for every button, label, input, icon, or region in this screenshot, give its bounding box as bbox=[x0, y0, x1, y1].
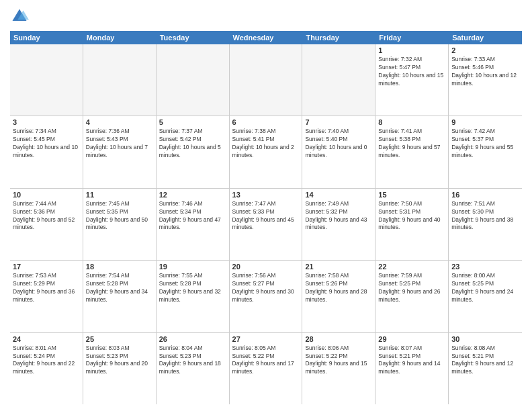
week-row-2: 3Sunrise: 7:34 AM Sunset: 5:45 PM Daylig… bbox=[10, 116, 522, 188]
header-day-friday: Friday bbox=[375, 31, 449, 44]
empty-cell bbox=[230, 44, 303, 116]
day-number: 3 bbox=[13, 118, 80, 126]
day-cell-22: 22Sunrise: 7:59 AM Sunset: 5:25 PM Dayli… bbox=[375, 261, 449, 332]
day-info: Sunrise: 7:34 AM Sunset: 5:45 PM Dayligh… bbox=[13, 128, 80, 160]
day-number: 21 bbox=[305, 263, 372, 271]
logo-icon bbox=[10, 7, 29, 26]
day-cell-10: 10Sunrise: 7:44 AM Sunset: 5:36 PM Dayli… bbox=[10, 189, 83, 260]
page: SundayMondayTuesdayWednesdayThursdayFrid… bbox=[0, 0, 532, 411]
day-number: 6 bbox=[232, 118, 300, 126]
day-info: Sunrise: 8:01 AM Sunset: 5:24 PM Dayligh… bbox=[13, 345, 80, 377]
day-info: Sunrise: 7:45 AM Sunset: 5:35 PM Dayligh… bbox=[86, 200, 153, 232]
day-cell-8: 8Sunrise: 7:41 AM Sunset: 5:38 PM Daylig… bbox=[375, 116, 449, 187]
day-cell-13: 13Sunrise: 7:47 AM Sunset: 5:33 PM Dayli… bbox=[230, 189, 303, 260]
day-number: 7 bbox=[305, 118, 372, 126]
week-row-5: 24Sunrise: 8:01 AM Sunset: 5:24 PM Dayli… bbox=[10, 333, 522, 404]
day-number: 15 bbox=[378, 191, 445, 199]
day-info: Sunrise: 7:53 AM Sunset: 5:29 PM Dayligh… bbox=[13, 272, 80, 304]
day-info: Sunrise: 7:46 AM Sunset: 5:34 PM Dayligh… bbox=[159, 200, 226, 232]
day-cell-26: 26Sunrise: 8:04 AM Sunset: 5:23 PM Dayli… bbox=[157, 333, 230, 404]
day-info: Sunrise: 8:03 AM Sunset: 5:23 PM Dayligh… bbox=[86, 345, 153, 377]
header-day-saturday: Saturday bbox=[449, 31, 522, 44]
day-number: 1 bbox=[378, 46, 445, 54]
day-info: Sunrise: 7:33 AM Sunset: 5:46 PM Dayligh… bbox=[451, 56, 519, 88]
day-number: 16 bbox=[451, 191, 519, 199]
day-cell-15: 15Sunrise: 7:50 AM Sunset: 5:31 PM Dayli… bbox=[375, 189, 449, 260]
day-info: Sunrise: 8:00 AM Sunset: 5:25 PM Dayligh… bbox=[451, 272, 519, 304]
day-number: 19 bbox=[159, 263, 226, 271]
day-cell-12: 12Sunrise: 7:46 AM Sunset: 5:34 PM Dayli… bbox=[157, 189, 230, 260]
header-day-wednesday: Wednesday bbox=[230, 31, 303, 44]
week-row-4: 17Sunrise: 7:53 AM Sunset: 5:29 PM Dayli… bbox=[10, 261, 522, 332]
day-info: Sunrise: 8:07 AM Sunset: 5:21 PM Dayligh… bbox=[378, 345, 445, 377]
day-number: 9 bbox=[451, 118, 519, 126]
day-info: Sunrise: 8:04 AM Sunset: 5:23 PM Dayligh… bbox=[159, 345, 226, 377]
calendar: SundayMondayTuesdayWednesdayThursdayFrid… bbox=[10, 31, 522, 404]
day-cell-21: 21Sunrise: 7:58 AM Sunset: 5:26 PM Dayli… bbox=[302, 261, 375, 332]
day-cell-25: 25Sunrise: 8:03 AM Sunset: 5:23 PM Dayli… bbox=[83, 333, 157, 404]
day-number: 26 bbox=[159, 335, 226, 343]
day-info: Sunrise: 7:32 AM Sunset: 5:47 PM Dayligh… bbox=[378, 56, 445, 88]
empty-cell bbox=[10, 44, 83, 116]
day-info: Sunrise: 7:51 AM Sunset: 5:30 PM Dayligh… bbox=[451, 200, 519, 232]
day-cell-29: 29Sunrise: 8:07 AM Sunset: 5:21 PM Dayli… bbox=[375, 333, 449, 404]
day-number: 25 bbox=[86, 335, 153, 343]
day-number: 5 bbox=[159, 118, 226, 126]
empty-cell bbox=[302, 44, 375, 116]
day-cell-20: 20Sunrise: 7:56 AM Sunset: 5:27 PM Dayli… bbox=[230, 261, 303, 332]
empty-cell bbox=[83, 44, 157, 116]
day-number: 10 bbox=[13, 191, 80, 199]
day-cell-4: 4Sunrise: 7:36 AM Sunset: 5:43 PM Daylig… bbox=[83, 116, 157, 187]
day-number: 12 bbox=[159, 191, 226, 199]
week-row-3: 10Sunrise: 7:44 AM Sunset: 5:36 PM Dayli… bbox=[10, 189, 522, 261]
day-cell-5: 5Sunrise: 7:37 AM Sunset: 5:42 PM Daylig… bbox=[157, 116, 230, 187]
day-info: Sunrise: 7:42 AM Sunset: 5:37 PM Dayligh… bbox=[451, 128, 519, 160]
day-cell-11: 11Sunrise: 7:45 AM Sunset: 5:35 PM Dayli… bbox=[83, 189, 157, 260]
day-info: Sunrise: 7:54 AM Sunset: 5:28 PM Dayligh… bbox=[86, 272, 153, 304]
day-cell-3: 3Sunrise: 7:34 AM Sunset: 5:45 PM Daylig… bbox=[10, 116, 83, 187]
day-info: Sunrise: 8:06 AM Sunset: 5:22 PM Dayligh… bbox=[305, 345, 372, 377]
day-number: 2 bbox=[451, 46, 519, 54]
day-info: Sunrise: 8:05 AM Sunset: 5:22 PM Dayligh… bbox=[232, 345, 300, 377]
calendar-body: 1Sunrise: 7:32 AM Sunset: 5:47 PM Daylig… bbox=[10, 44, 522, 404]
day-number: 24 bbox=[13, 335, 80, 343]
day-info: Sunrise: 7:47 AM Sunset: 5:33 PM Dayligh… bbox=[232, 200, 300, 232]
header-day-sunday: Sunday bbox=[10, 31, 83, 44]
day-number: 14 bbox=[305, 191, 372, 199]
day-number: 18 bbox=[86, 263, 153, 271]
empty-cell bbox=[157, 44, 230, 116]
day-info: Sunrise: 7:58 AM Sunset: 5:26 PM Dayligh… bbox=[305, 272, 372, 304]
day-cell-17: 17Sunrise: 7:53 AM Sunset: 5:29 PM Dayli… bbox=[10, 261, 83, 332]
week-row-1: 1Sunrise: 7:32 AM Sunset: 5:47 PM Daylig… bbox=[10, 44, 522, 116]
day-info: Sunrise: 7:56 AM Sunset: 5:27 PM Dayligh… bbox=[232, 272, 300, 304]
day-cell-23: 23Sunrise: 8:00 AM Sunset: 5:25 PM Dayli… bbox=[449, 261, 522, 332]
day-cell-1: 1Sunrise: 7:32 AM Sunset: 5:47 PM Daylig… bbox=[375, 44, 449, 116]
day-cell-9: 9Sunrise: 7:42 AM Sunset: 5:37 PM Daylig… bbox=[449, 116, 522, 187]
day-info: Sunrise: 8:08 AM Sunset: 5:21 PM Dayligh… bbox=[451, 345, 519, 377]
day-number: 30 bbox=[451, 335, 519, 343]
day-number: 11 bbox=[86, 191, 153, 199]
day-cell-30: 30Sunrise: 8:08 AM Sunset: 5:21 PM Dayli… bbox=[449, 333, 522, 404]
day-cell-6: 6Sunrise: 7:38 AM Sunset: 5:41 PM Daylig… bbox=[230, 116, 303, 187]
header-day-thursday: Thursday bbox=[302, 31, 375, 44]
day-number: 20 bbox=[232, 263, 300, 271]
day-cell-24: 24Sunrise: 8:01 AM Sunset: 5:24 PM Dayli… bbox=[10, 333, 83, 404]
day-info: Sunrise: 7:50 AM Sunset: 5:31 PM Dayligh… bbox=[378, 200, 445, 232]
day-number: 4 bbox=[86, 118, 153, 126]
day-cell-16: 16Sunrise: 7:51 AM Sunset: 5:30 PM Dayli… bbox=[449, 189, 522, 260]
day-number: 27 bbox=[232, 335, 300, 343]
day-info: Sunrise: 7:36 AM Sunset: 5:43 PM Dayligh… bbox=[86, 128, 153, 160]
header bbox=[10, 7, 522, 26]
logo bbox=[10, 7, 32, 26]
day-info: Sunrise: 7:37 AM Sunset: 5:42 PM Dayligh… bbox=[159, 128, 226, 160]
day-number: 28 bbox=[305, 335, 372, 343]
day-cell-19: 19Sunrise: 7:55 AM Sunset: 5:28 PM Dayli… bbox=[157, 261, 230, 332]
day-number: 22 bbox=[378, 263, 445, 271]
calendar-header: SundayMondayTuesdayWednesdayThursdayFrid… bbox=[10, 31, 522, 44]
day-number: 17 bbox=[13, 263, 80, 271]
day-info: Sunrise: 7:59 AM Sunset: 5:25 PM Dayligh… bbox=[378, 272, 445, 304]
day-number: 13 bbox=[232, 191, 300, 199]
day-info: Sunrise: 7:49 AM Sunset: 5:32 PM Dayligh… bbox=[305, 200, 372, 232]
day-cell-18: 18Sunrise: 7:54 AM Sunset: 5:28 PM Dayli… bbox=[83, 261, 157, 332]
day-cell-7: 7Sunrise: 7:40 AM Sunset: 5:40 PM Daylig… bbox=[302, 116, 375, 187]
